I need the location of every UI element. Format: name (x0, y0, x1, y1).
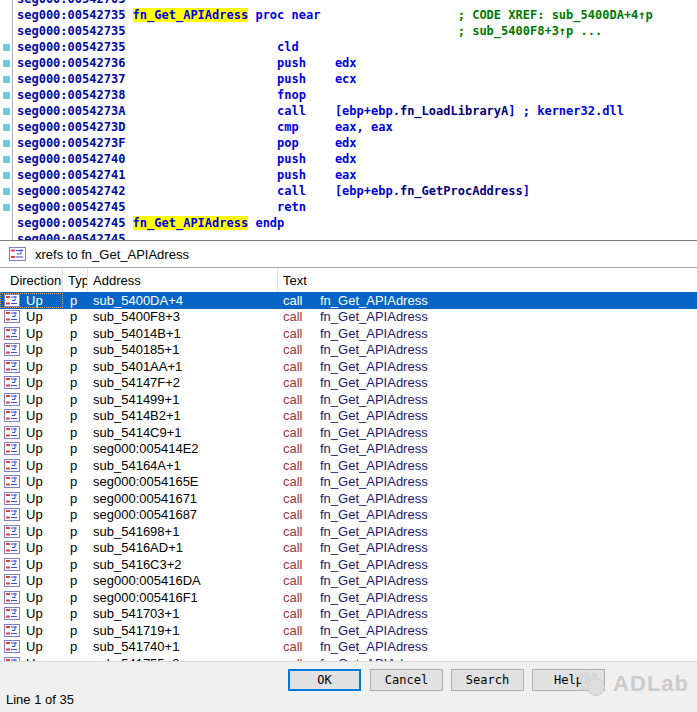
cell-type: p (63, 309, 88, 324)
cell-type: p (63, 392, 88, 407)
instruction-dot-icon (3, 92, 10, 99)
disasm-line[interactable]: seg000:00542735 cld (17, 39, 299, 55)
xref-table-row[interactable]: Uppsub_5414C9+1callfn_Get_APIAdress (0, 424, 697, 441)
mnemonic-value: call (283, 359, 320, 374)
disasm-line[interactable]: seg000:00542745 fn_Get_APIAdress endp (17, 215, 284, 231)
search-button[interactable]: Search (451, 669, 524, 691)
cell-type: p (63, 540, 88, 555)
mnemonic-value: call (283, 474, 320, 489)
mnemonic-value: call (283, 342, 320, 357)
xref-table-row[interactable]: Uppsub_5401AA+1callfn_Get_APIAdress (0, 358, 697, 375)
ok-button[interactable]: OK (288, 669, 361, 691)
disassembly-listing[interactable]: seg000:00542705seg000:00542735 fn_Get_AP… (0, 0, 697, 240)
xref-table-row[interactable]: Uppsub_541740+1callfn_Get_APIAdress (0, 639, 697, 656)
cell-text: callfn_Get_APIAdress (278, 623, 697, 638)
cell-type: p (63, 375, 88, 390)
direction-value: Up (26, 375, 43, 390)
cell-direction: Up (0, 392, 63, 407)
disasm-line[interactable]: seg000:0054273D cmp eax, eax (17, 119, 393, 135)
disasm-line[interactable]: seg000:00542745 (17, 231, 125, 240)
direction-value: Up (26, 474, 43, 489)
xref-table-row[interactable]: Uppsub_5400DA+4callfn_Get_APIAdress (0, 292, 697, 309)
disasm-line[interactable]: seg000:00542737 push ecx (17, 71, 357, 87)
cell-text: callfn_Get_APIAdress (278, 540, 697, 555)
cell-address: sub_54164A+1 (88, 458, 278, 473)
cell-direction: Up (0, 507, 63, 522)
xref-table-row[interactable]: Uppseg000:0054165Ecallfn_Get_APIAdress (0, 474, 697, 491)
cancel-button[interactable]: Cancel (370, 669, 443, 691)
cell-address: sub_5414C9+1 (88, 425, 278, 440)
cell-direction: Up (0, 557, 63, 572)
column-header-direction[interactable]: Direction (0, 268, 63, 292)
xref-icon (9, 247, 26, 261)
disasm-line[interactable]: seg000:00542735 ; sub_5400F8+3↑p ... (17, 23, 602, 39)
xref-table-row[interactable]: Uppsub_540185+1callfn_Get_APIAdress (0, 342, 697, 359)
disasm-text: endp (248, 216, 284, 230)
disasm-text: seg000:00542735 (17, 24, 125, 38)
cell-text: callfn_Get_APIAdress (278, 408, 697, 423)
disasm-line[interactable]: seg000:00542738 fnop (17, 87, 306, 103)
disasm-text (125, 168, 277, 182)
dialog-bottom-panel: OK Cancel Search Help ADLab Line 1 of 35 (0, 661, 697, 712)
cell-address: sub_5414B2+1 (88, 408, 278, 423)
cell-type: p (63, 623, 88, 638)
target-value: fn_Get_APIAdress (320, 507, 428, 522)
disasm-line[interactable]: seg000:00542740 push edx (17, 151, 357, 167)
disasm-text: seg000:0054273F (17, 136, 125, 150)
xref-item-icon (4, 541, 20, 554)
cell-type: p (63, 524, 88, 539)
xref-item-icon (4, 294, 20, 307)
xref-item-icon (4, 459, 20, 472)
disasm-line[interactable]: seg000:00542735 fn_Get_APIAdress proc ne… (17, 7, 653, 23)
xref-table-row[interactable]: Uppsub_5416C3+2callfn_Get_APIAdress (0, 556, 697, 573)
disasm-line[interactable]: seg000:00542741 push eax (17, 167, 357, 183)
xref-table-row[interactable]: Uppseg000:005416DAcallfn_Get_APIAdress (0, 573, 697, 590)
disasm-text: fn_LoadLibraryA (400, 104, 508, 118)
xref-item-icon (4, 558, 20, 571)
column-header-type[interactable]: Typ (63, 268, 88, 292)
cell-direction: Up (0, 375, 63, 390)
direction-value: Up (26, 639, 43, 654)
column-header-address[interactable]: Address (88, 268, 278, 292)
xref-table-row[interactable]: Uppsub_541698+1callfn_Get_APIAdress (0, 523, 697, 540)
disasm-line[interactable]: seg000:00542736 push edx (17, 55, 357, 71)
xref-table-row[interactable]: Uppseg000:005416F1callfn_Get_APIAdress (0, 589, 697, 606)
direction-value: Up (26, 342, 43, 357)
xref-table-row[interactable]: Uppsub_54164A+1callfn_Get_APIAdress (0, 457, 697, 474)
xref-table-row[interactable]: Uppsub_5416AD+1callfn_Get_APIAdress (0, 540, 697, 557)
disasm-line[interactable]: seg000:00542745 retn (17, 199, 306, 215)
disasm-line[interactable]: seg000:0054273A call [ebp+ebp.fn_LoadLib… (17, 103, 624, 119)
xrefs-table-body: Uppsub_5400DA+4callfn_Get_APIAdressUppsu… (0, 292, 697, 662)
xref-table-row[interactable]: Uppsub_5414B2+1callfn_Get_APIAdress (0, 408, 697, 425)
xref-table-row[interactable]: Uppsub_5400F8+3callfn_Get_APIAdress (0, 309, 697, 326)
cell-type: p (63, 573, 88, 588)
xref-table-row[interactable]: Uppseg000:00541671callfn_Get_APIAdress (0, 490, 697, 507)
target-value: fn_Get_APIAdress (320, 639, 428, 654)
cell-direction: Up (0, 524, 63, 539)
cell-text: callfn_Get_APIAdress (278, 375, 697, 390)
xref-table-row[interactable]: Uppsub_541719+1callfn_Get_APIAdress (0, 622, 697, 639)
xref-item-icon (4, 640, 20, 653)
xref-table-row[interactable]: Uppsub_54014B+1callfn_Get_APIAdress (0, 325, 697, 342)
xref-table-row[interactable]: Uppsub_54147F+2callfn_Get_APIAdress (0, 375, 697, 392)
disasm-text: push ecx (277, 72, 356, 86)
xref-table-row[interactable]: Uppsub_541499+1callfn_Get_APIAdress (0, 391, 697, 408)
xref-table-row[interactable]: Uppseg000:005414E2callfn_Get_APIAdress (0, 441, 697, 458)
xref-table-row[interactable]: Uppsub_541703+1callfn_Get_APIAdress (0, 606, 697, 623)
disasm-line[interactable]: seg000:0054273F pop edx (17, 135, 357, 151)
cell-text: callfn_Get_APIAdress (278, 326, 697, 341)
help-button[interactable]: Help (532, 669, 605, 691)
column-header-text[interactable]: Text (278, 268, 697, 292)
cell-direction: Up (0, 342, 63, 357)
disasm-text: fn_GetProcAddress (400, 184, 523, 198)
direction-value: Up (26, 293, 43, 308)
target-value: fn_Get_APIAdress (320, 540, 428, 555)
disasm-text: ; sub_5400F8+3↑p ... (458, 24, 603, 38)
target-value: fn_Get_APIAdress (320, 359, 428, 374)
target-value: fn_Get_APIAdress (320, 293, 428, 308)
disasm-line[interactable]: seg000:00542742 call [ebp+ebp.fn_GetProc… (17, 183, 530, 199)
disasm-line[interactable]: seg000:00542705 (17, 0, 125, 7)
xref-table-row[interactable]: Uppseg000:00541687callfn_Get_APIAdress (0, 507, 697, 524)
cell-address: seg000:00541671 (88, 491, 278, 506)
cell-address: sub_540185+1 (88, 342, 278, 357)
